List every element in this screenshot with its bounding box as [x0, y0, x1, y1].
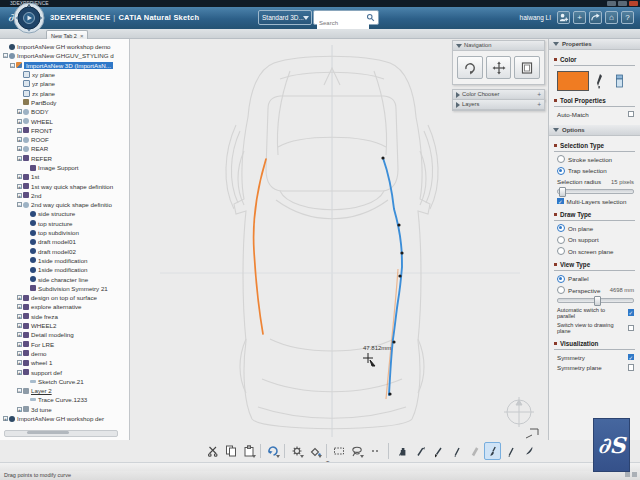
tree-expand-toggle[interactable]: +	[17, 109, 22, 114]
tree-item[interactable]: +FRONT	[0, 126, 129, 135]
tree-item[interactable]: −ImportAsNew GHGUV_STYLING d	[0, 51, 129, 60]
tree-expand-toggle[interactable]: +	[17, 137, 22, 142]
options-panel-header[interactable]: Options	[549, 125, 640, 136]
status-corner-icons[interactable]	[625, 472, 637, 477]
tree-expand-toggle[interactable]: +	[17, 156, 22, 161]
tree-item[interactable]: 1side modification	[0, 265, 129, 274]
auto-match-checkbox[interactable]	[628, 111, 635, 118]
tree-expand-toggle[interactable]: +	[17, 146, 22, 151]
search-icon[interactable]	[366, 13, 375, 22]
tree-expand-toggle[interactable]: −	[3, 53, 8, 58]
expand-plus-icon[interactable]: +	[537, 90, 541, 99]
3d-compass-widget[interactable]	[13, 2, 45, 34]
tree-expand-toggle[interactable]: +	[3, 416, 8, 421]
tree-item[interactable]: xy plane	[0, 70, 129, 79]
tree-item[interactable]: Image Support	[0, 163, 129, 172]
tree-item[interactable]: top subdivision	[0, 228, 129, 237]
tree-expand-toggle[interactable]: +	[17, 174, 22, 179]
tree-expand-toggle[interactable]: +	[17, 119, 22, 124]
tree-item[interactable]: +demo	[0, 349, 129, 358]
on-plane-radio[interactable]	[557, 224, 565, 232]
tree-expand-toggle[interactable]: +	[17, 407, 22, 412]
active-color-swatch[interactable]	[557, 71, 589, 91]
tree-item[interactable]: +WHEEL2	[0, 321, 129, 330]
tree-expand-toggle[interactable]: +	[17, 295, 22, 300]
tree-item[interactable]: −Layer 2	[0, 386, 129, 395]
tree-item[interactable]: +1st	[0, 172, 129, 181]
tree-item[interactable]: +explore alternative	[0, 302, 129, 311]
parallel-radio[interactable]	[557, 275, 565, 283]
expand-plus-icon[interactable]: +	[537, 100, 541, 109]
properties-panel-header[interactable]: Properties	[549, 39, 640, 50]
home-button[interactable]: ⌂	[605, 11, 618, 24]
rotate-view-button[interactable]	[457, 56, 483, 79]
navigation-panel-header[interactable]: Navigation	[453, 41, 544, 51]
share-button[interactable]	[589, 11, 602, 24]
tree-expand-toggle[interactable]: +	[17, 314, 22, 319]
tree-item[interactable]: +ImportAsNew GH workshop der	[0, 414, 129, 423]
tree-item[interactable]: top structure	[0, 219, 129, 228]
search-box[interactable]	[313, 10, 379, 25]
tree-item[interactable]: +REAR	[0, 144, 129, 153]
tree-item[interactable]: Trace Curve.1233	[0, 395, 129, 404]
add-button[interactable]: +	[573, 11, 586, 24]
tree-item[interactable]: +support def	[0, 367, 129, 376]
on-screen-plane-radio[interactable]	[557, 247, 565, 255]
eyedropper-button[interactable]	[592, 71, 608, 91]
tree-expand-toggle[interactable]: −	[10, 63, 15, 68]
tree-expand-toggle[interactable]: +	[17, 304, 22, 309]
tree-item[interactable]: +WHEEL	[0, 116, 129, 125]
symmetry-plane-checkbox[interactable]	[628, 364, 635, 371]
tree-item[interactable]: +2nd	[0, 191, 129, 200]
on-support-radio[interactable]	[557, 236, 565, 244]
slider-knob[interactable]	[559, 187, 566, 197]
tree-expand-toggle[interactable]: +	[17, 332, 22, 337]
layers-header[interactable]: Layers +	[453, 100, 544, 110]
tree-expand-toggle[interactable]: +	[17, 128, 22, 133]
tree-expand-toggle[interactable]: −	[17, 388, 22, 393]
tree-item[interactable]: draft model01	[0, 237, 129, 246]
tree-item[interactable]: Subdivision Symmetry 21	[0, 284, 129, 293]
stroke-selection-radio[interactable]	[557, 155, 565, 163]
tree-item[interactable]: yz plane	[0, 79, 129, 88]
tree-expand-toggle[interactable]: +	[17, 323, 22, 328]
tree-item[interactable]: +1st way quick shape definition	[0, 181, 129, 190]
tree-item[interactable]: side character line	[0, 274, 129, 283]
tree-item[interactable]: +3d tune	[0, 405, 129, 414]
maximize-button[interactable]	[618, 1, 627, 6]
tree-expand-toggle[interactable]: +	[17, 342, 22, 347]
tree-item[interactable]: 1side modification	[0, 256, 129, 265]
tree-item[interactable]: side structure	[0, 209, 129, 218]
tree-horizontal-scrollbar[interactable]	[4, 430, 118, 437]
tree-item[interactable]: zx plane	[0, 88, 129, 97]
pan-view-button[interactable]	[486, 56, 512, 79]
close-button[interactable]	[629, 1, 638, 6]
tree-item[interactable]: draft model02	[0, 247, 129, 256]
selection-radius-slider[interactable]	[557, 189, 634, 194]
scrollbar-thumb[interactable]	[27, 431, 69, 434]
tree-expand-toggle[interactable]: −	[17, 202, 22, 207]
tree-item[interactable]: +BODY	[0, 107, 129, 116]
trap-selection-radio[interactable]	[557, 167, 565, 175]
tree-item[interactable]: +side freza	[0, 312, 129, 321]
help-button[interactable]: ?	[621, 11, 634, 24]
auto-switch-checkbox[interactable]	[628, 309, 635, 316]
add-contact-button[interactable]	[557, 11, 570, 24]
tree-item[interactable]: +REFER	[0, 154, 129, 163]
tree-item[interactable]: +wheel 1	[0, 358, 129, 367]
switch-view-checkbox[interactable]	[628, 325, 635, 332]
multi-layers-checkbox[interactable]	[557, 198, 564, 205]
workspace-selector[interactable]: Standard 3D...	[258, 10, 312, 25]
minimize-button[interactable]	[607, 1, 616, 6]
symmetry-checkbox[interactable]	[628, 354, 635, 361]
tree-expand-toggle[interactable]: +	[17, 360, 22, 365]
perspective-slider[interactable]	[557, 298, 634, 303]
tree-expand-toggle[interactable]: +	[17, 193, 22, 198]
tree-item[interactable]: −ImportAsNew 3D (ImportAsN...	[0, 61, 129, 70]
tree-item[interactable]: +design on top of surface	[0, 293, 129, 302]
tree-item[interactable]: +ROOF	[0, 135, 129, 144]
perspective-radio[interactable]	[557, 286, 565, 294]
tree-item[interactable]: PartBody	[0, 98, 129, 107]
eraser-button[interactable]	[611, 71, 627, 91]
slider-knob[interactable]	[594, 296, 601, 306]
